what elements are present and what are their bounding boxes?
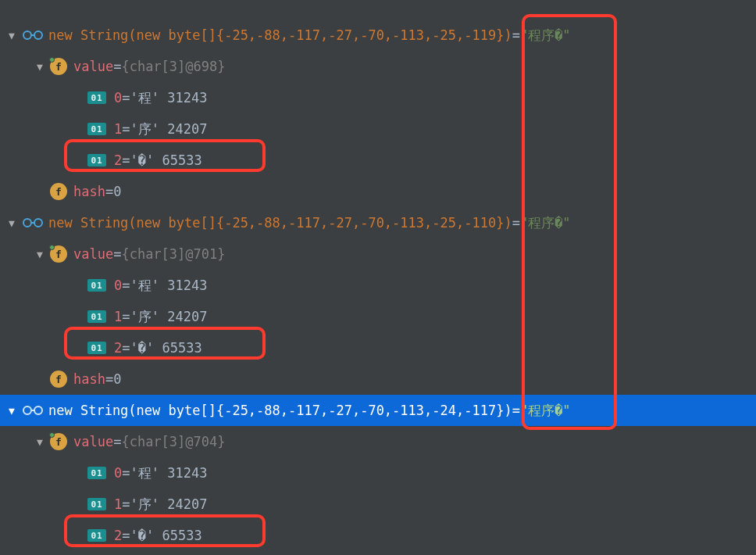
array-element-row[interactable]: 01 0 = '程' 31243 (0, 82, 756, 113)
array-element-row[interactable]: 01 0 = '程' 31243 (0, 270, 756, 301)
array-value: '序' 24207 (130, 308, 208, 326)
array-badge-icon: 01 (87, 154, 106, 166)
field-type: {char[3]@704} (121, 434, 225, 449)
array-element-row[interactable]: 01 1 = '序' 24207 (0, 113, 756, 145)
array-index: 1 (114, 121, 122, 137)
array-element-row[interactable]: 01 2 = '�' 65533 (0, 332, 756, 363)
array-badge-icon: 01 (87, 123, 106, 135)
field-name: value (73, 59, 113, 74)
array-badge-icon: 01 (87, 279, 106, 292)
array-value: '�' 65533 (130, 340, 202, 356)
field-value: 0 (113, 371, 121, 387)
watch-glasses-icon (22, 404, 44, 417)
svg-point-1 (34, 31, 42, 39)
array-index: 2 (114, 528, 122, 543)
watch-expression: new String(new byte[]{-25,-88,-117,-27,-… (48, 215, 512, 231)
array-badge-icon: 01 (87, 529, 106, 542)
array-badge-icon: 01 (87, 342, 106, 354)
watch-row[interactable]: ▼ new String(new byte[]{-25,-88,-117,-27… (0, 20, 756, 51)
array-badge-icon: 01 (87, 310, 106, 323)
watch-row[interactable]: ▼ new String(new byte[]{-25,-88,-117,-27… (0, 207, 756, 238)
array-badge-icon: 01 (87, 467, 106, 479)
watch-expression: new String(new byte[]{-25,-88,-117,-27,-… (48, 27, 512, 43)
field-name: hash (73, 184, 105, 199)
svg-point-5 (34, 406, 42, 414)
svg-point-2 (23, 219, 31, 227)
array-index: 2 (114, 152, 122, 168)
array-index: 1 (114, 496, 122, 512)
array-element-row[interactable]: 01 2 = '�' 65533 (0, 145, 756, 176)
array-value: '�' 65533 (130, 152, 202, 168)
array-badge-icon: 01 (87, 91, 106, 104)
field-hash-row[interactable]: f hash = 0 (0, 176, 756, 207)
array-index: 0 (114, 278, 122, 293)
field-type: {char[3]@698} (121, 59, 225, 74)
variables-tree: ▼ new String(new byte[]{-25,-88,-117,-27… (0, 20, 756, 551)
svg-point-3 (34, 219, 42, 227)
chevron-down-icon[interactable]: ▼ (5, 30, 19, 41)
array-value: '程' 31243 (130, 89, 208, 107)
array-index: 0 (114, 90, 122, 106)
field-icon: f (50, 58, 67, 75)
svg-point-4 (23, 406, 31, 414)
watch-result: "程序�" (520, 27, 571, 45)
field-hash-row[interactable]: f hash = 0 (0, 363, 756, 395)
array-element-row[interactable]: 01 0 = '程' 31243 (0, 457, 756, 489)
chevron-down-icon[interactable]: ▼ (5, 217, 19, 229)
field-value-row[interactable]: ▼ f value = {char[3]@704} (0, 426, 756, 457)
chevron-down-icon[interactable]: ▼ (33, 249, 47, 260)
array-value: '序' 24207 (130, 120, 208, 138)
field-name: hash (73, 371, 105, 387)
array-value: '�' 65533 (130, 528, 202, 543)
watch-result: "程序�" (520, 214, 571, 232)
svg-point-0 (23, 31, 31, 39)
array-element-row[interactable]: 01 1 = '序' 24207 (0, 489, 756, 520)
field-icon: f (50, 433, 67, 450)
array-index: 2 (114, 340, 122, 356)
watch-result: "程序�" (520, 402, 571, 420)
field-type: {char[3]@701} (121, 246, 225, 262)
field-value-row[interactable]: ▼ f value = {char[3]@698} (0, 51, 756, 82)
array-value: '序' 24207 (130, 496, 208, 514)
array-element-row[interactable]: 01 1 = '序' 24207 (0, 301, 756, 332)
field-icon: f (50, 245, 67, 263)
equals-sign: = (512, 27, 520, 43)
watch-expression: new String(new byte[]{-25,-88,-117,-27,-… (48, 403, 512, 418)
chevron-down-icon[interactable]: ▼ (33, 436, 47, 448)
watch-glasses-icon (22, 29, 44, 41)
field-name: value (73, 246, 113, 262)
array-value: '程' 31243 (130, 277, 208, 295)
array-index: 1 (114, 309, 122, 324)
field-icon: f (50, 371, 67, 388)
field-name: value (73, 434, 113, 449)
field-value-row[interactable]: ▼ f value = {char[3]@701} (0, 238, 756, 270)
chevron-down-icon[interactable]: ▼ (33, 61, 47, 73)
watch-glasses-icon (22, 217, 44, 229)
array-element-row[interactable]: 01 2 = '�' 65533 (0, 520, 756, 551)
field-icon: f (50, 183, 67, 200)
array-badge-icon: 01 (87, 498, 106, 510)
array-index: 0 (114, 465, 122, 481)
chevron-down-icon[interactable]: ▼ (5, 405, 19, 417)
field-value: 0 (113, 184, 121, 199)
array-value: '程' 31243 (130, 464, 208, 482)
watch-row-selected[interactable]: ▼ new String(new byte[]{-25,-88,-117,-27… (0, 395, 756, 426)
